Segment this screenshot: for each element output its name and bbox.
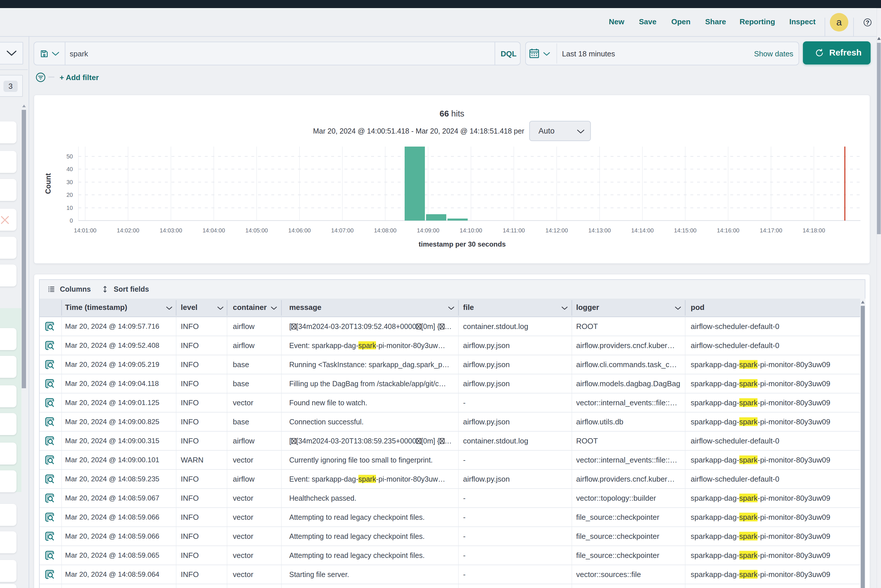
svg-text:14:09:00: 14:09:00: [417, 227, 439, 234]
svg-text:14:10:00: 14:10:00: [460, 227, 482, 234]
svg-text:20: 20: [66, 192, 73, 198]
svg-text:14:14:00: 14:14:00: [631, 227, 654, 234]
svg-text:14:01:00: 14:01:00: [74, 227, 96, 234]
svg-text:14:15:00: 14:15:00: [674, 227, 696, 234]
svg-text:30: 30: [66, 179, 73, 185]
svg-text:50: 50: [66, 153, 73, 160]
svg-text:40: 40: [66, 166, 73, 172]
svg-text:10: 10: [66, 205, 73, 211]
svg-text:timestamp per 30 seconds: timestamp per 30 seconds: [418, 240, 505, 248]
svg-text:14:02:00: 14:02:00: [117, 227, 140, 234]
svg-text:14:06:00: 14:06:00: [289, 227, 311, 234]
svg-text:14:16:00: 14:16:00: [717, 227, 740, 234]
svg-text:14:12:00: 14:12:00: [546, 227, 568, 234]
svg-text:14:11:00: 14:11:00: [503, 227, 525, 234]
svg-text:14:05:00: 14:05:00: [245, 227, 268, 234]
svg-text:14:07:00: 14:07:00: [331, 227, 354, 234]
svg-text:14:08:00: 14:08:00: [374, 227, 397, 234]
svg-text:14:04:00: 14:04:00: [203, 227, 225, 234]
svg-text:14:13:00: 14:13:00: [588, 227, 611, 234]
svg-text:14:17:00: 14:17:00: [760, 227, 782, 234]
svg-text:14:03:00: 14:03:00: [160, 227, 182, 234]
svg-text:14:18:00: 14:18:00: [803, 227, 825, 234]
svg-text:0: 0: [70, 218, 73, 224]
svg-text:Count: Count: [44, 173, 52, 194]
